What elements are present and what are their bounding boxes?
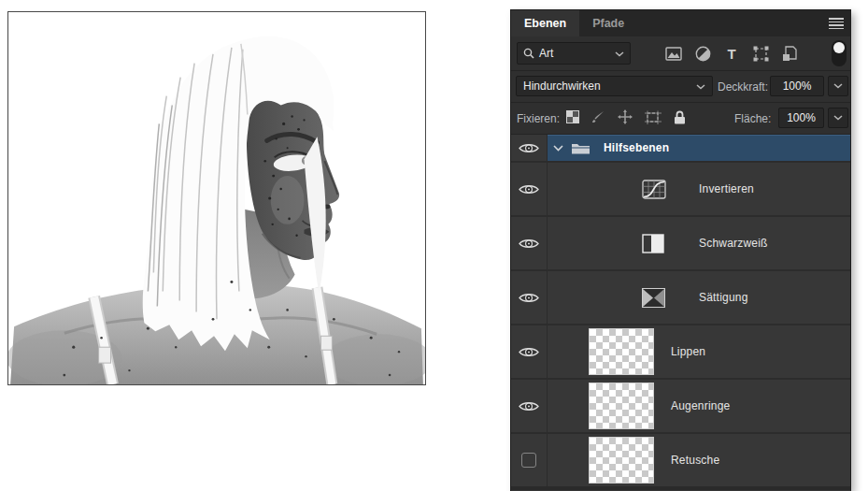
layer-name[interactable]: Hilfsebenen xyxy=(604,141,669,154)
visibility-toggle[interactable] xyxy=(511,163,548,215)
fill-value: 100% xyxy=(787,111,816,124)
chevron-down-icon xyxy=(833,83,843,89)
adjustment-layers-filter-icon[interactable] xyxy=(693,46,712,62)
layer-name[interactable]: Schwarzweiß xyxy=(699,237,768,250)
chevron-down-icon xyxy=(696,79,705,93)
layer-row-schwarzweiss[interactable]: Schwarzweiß xyxy=(511,217,850,271)
eye-icon xyxy=(519,238,539,250)
tab-pfade[interactable]: Pfade xyxy=(579,10,637,36)
blend-mode-value: Hindurchwirken xyxy=(523,79,601,93)
layer-filter-type-select[interactable]: Art xyxy=(517,42,631,65)
lock-row: Fixieren: xyxy=(511,103,850,135)
lock-all-icon[interactable] xyxy=(674,110,686,127)
filter-icon-group: T xyxy=(664,42,799,65)
visibility-toggle[interactable] xyxy=(511,217,548,269)
chevron-down-icon xyxy=(833,115,843,121)
lock-icon-group xyxy=(566,103,686,134)
saturation-adjustment-icon[interactable] xyxy=(642,288,665,308)
layer-name[interactable]: Augenringe xyxy=(671,399,730,412)
blend-mode-select[interactable]: Hindurchwirken xyxy=(516,76,713,96)
layer-thumbnail-transparent[interactable] xyxy=(589,383,654,429)
layer-row-invertieren[interactable]: Invertieren xyxy=(511,163,850,217)
lock-pixels-icon[interactable] xyxy=(591,110,605,126)
layer-name[interactable]: Lippen xyxy=(671,345,705,358)
layer-row-retusche[interactable]: Retusche xyxy=(511,434,850,486)
group-expand-chevron-icon[interactable] xyxy=(553,145,563,152)
layers-panel: Ebenen Pfade Art xyxy=(510,9,851,491)
eye-icon xyxy=(519,346,539,358)
invert-adjustment-icon[interactable] xyxy=(642,180,666,199)
opacity-dropdown-button[interactable] xyxy=(828,76,848,96)
layer-row-hilfsebenen[interactable]: Hilfsebenen xyxy=(511,135,850,163)
tab-ebenen[interactable]: Ebenen xyxy=(511,10,579,36)
blend-row: Hindurchwirken Deckkraft: 100% xyxy=(511,71,850,103)
panel-footer-strip xyxy=(511,486,850,490)
visibility-toggle[interactable] xyxy=(511,380,548,432)
panel-header: Art T xyxy=(511,36,850,135)
lock-position-icon[interactable] xyxy=(618,109,633,127)
type-layers-filter-icon[interactable]: T xyxy=(722,46,741,62)
folder-icon xyxy=(571,141,591,155)
layer-name[interactable]: Retusche xyxy=(671,454,719,467)
fill-value-field[interactable]: 100% xyxy=(778,108,824,128)
layer-thumbnail-transparent[interactable] xyxy=(589,328,654,375)
fill-label: Fläche: xyxy=(734,112,771,125)
layer-name[interactable]: Sättigung xyxy=(699,291,748,304)
layer-row-saettigung[interactable]: Sättigung xyxy=(511,271,850,325)
opacity-value: 100% xyxy=(783,79,812,93)
filter-type-value: Art xyxy=(539,47,553,60)
layer-filter-toggle[interactable] xyxy=(832,40,847,66)
visibility-toggle[interactable] xyxy=(511,135,548,161)
visibility-toggle[interactable] xyxy=(511,434,548,486)
black-white-adjustment-icon[interactable] xyxy=(642,234,664,253)
visibility-toggle[interactable] xyxy=(511,325,548,378)
shape-layers-filter-icon[interactable] xyxy=(751,46,770,62)
lock-artboard-icon[interactable] xyxy=(645,110,662,127)
layer-row-lippen[interactable]: Lippen xyxy=(511,325,850,380)
panel-menu-icon[interactable] xyxy=(829,18,844,29)
layer-thumbnail-transparent[interactable] xyxy=(589,437,654,484)
opacity-value-field[interactable]: 100% xyxy=(770,76,824,96)
lock-label: Fixieren: xyxy=(517,112,560,125)
fill-dropdown-button[interactable] xyxy=(828,108,848,128)
opacity-label: Deckkraft: xyxy=(718,80,768,94)
eye-icon xyxy=(519,142,539,154)
pixel-layers-filter-icon[interactable] xyxy=(664,47,683,61)
eye-icon xyxy=(519,400,539,412)
layer-row-augenringe[interactable]: Augenringe xyxy=(511,380,850,434)
smart-objects-filter-icon[interactable] xyxy=(780,46,799,62)
eye-icon xyxy=(519,183,539,195)
lock-transparency-icon[interactable] xyxy=(566,110,579,126)
search-icon xyxy=(523,48,534,59)
hidden-eye-checkbox xyxy=(521,453,536,468)
chevron-down-icon xyxy=(615,47,624,60)
visibility-toggle[interactable] xyxy=(511,271,548,324)
portrait-image xyxy=(7,11,426,385)
panel-tabbar: Ebenen Pfade xyxy=(511,10,850,36)
layer-name[interactable]: Invertieren xyxy=(699,182,754,195)
layer-list: Hilfsebenen Invert xyxy=(511,135,850,490)
filter-row: Art T xyxy=(511,36,850,71)
portrait-illustration xyxy=(8,12,425,384)
eye-icon xyxy=(519,292,539,304)
